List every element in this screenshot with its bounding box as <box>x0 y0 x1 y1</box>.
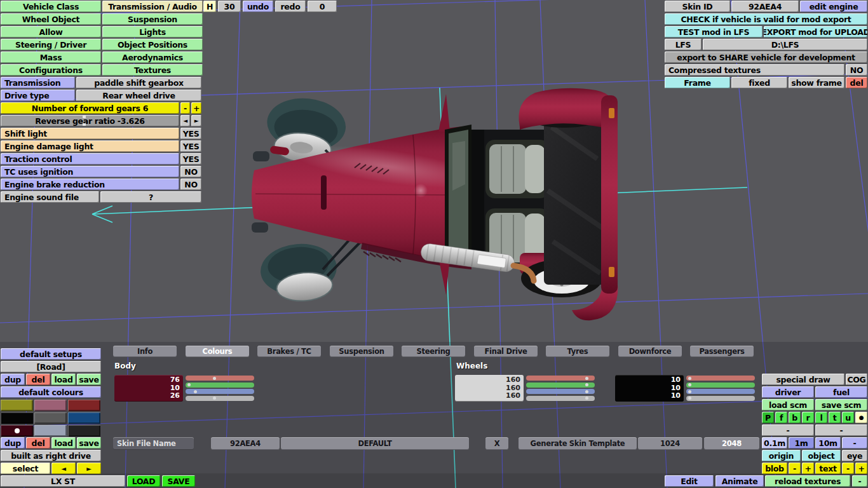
forward-gears-field[interactable]: Number of forward gears 6 <box>1 102 179 114</box>
wheels-dark-blue-slider[interactable] <box>686 389 755 394</box>
driver-button[interactable]: driver <box>762 386 814 398</box>
built-right-drive-toggle[interactable]: built as right drive <box>1 450 101 461</box>
menu-suspension[interactable]: Suspension <box>102 13 203 25</box>
tab-downforce[interactable]: Downforce <box>618 346 682 357</box>
reverse-left-arrow-icon[interactable]: ◄ <box>180 115 190 126</box>
history-steps[interactable]: 30 <box>218 1 241 12</box>
vehicle-name-button[interactable]: LX ST <box>1 475 125 487</box>
engine-brake-toggle[interactable]: NO <box>180 179 201 190</box>
colour-preset-2[interactable] <box>68 400 100 411</box>
menu-mass[interactable]: Mass <box>1 51 101 63</box>
view-eye-button[interactable]: eye <box>842 450 867 461</box>
wheels-light-shade-slider[interactable] <box>526 396 595 401</box>
special-draw-button[interactable]: special draw <box>762 374 844 385</box>
default-setups-button[interactable]: default setups <box>1 348 101 360</box>
view-toggle-u[interactable]: u <box>842 412 854 423</box>
grid-step-dash[interactable]: - <box>842 437 867 449</box>
load-vehicle-button[interactable]: LOAD <box>127 475 160 487</box>
select-next-icon[interactable]: ► <box>77 463 101 474</box>
body-red-slider[interactable] <box>186 376 254 381</box>
skin-res-2048-button[interactable]: 2048 <box>704 437 759 450</box>
cog-button[interactable]: COG <box>846 374 867 385</box>
view-toggle-b[interactable]: b <box>789 412 801 423</box>
menu-configurations[interactable]: Configurations <box>1 64 101 76</box>
wheels-dark-swatch[interactable]: 10 10 10 <box>615 375 684 402</box>
colour-preset-8[interactable] <box>68 425 100 437</box>
tab-colours[interactable]: Colours <box>186 346 249 357</box>
blob-button[interactable]: blob <box>762 463 787 474</box>
tools-dash-1[interactable]: - <box>762 424 814 436</box>
undo-button[interactable]: undo <box>243 1 273 12</box>
colour-preset-7[interactable] <box>34 425 67 437</box>
text-button[interactable]: text <box>815 463 841 474</box>
view-toggle-l[interactable]: l <box>815 412 827 423</box>
tab-final-drive[interactable]: Final Drive <box>474 346 538 357</box>
history-mode-button[interactable]: H <box>203 1 216 12</box>
body-colour-swatch[interactable]: 76 10 26 <box>114 375 183 402</box>
grid-step-10m[interactable]: 10m <box>815 437 841 449</box>
colour-preset-0[interactable] <box>1 400 33 411</box>
colour-dup-button[interactable]: dup <box>1 437 25 449</box>
select-button[interactable]: select <box>1 463 50 474</box>
wheels-light-swatch[interactable]: 160 160 160 <box>455 375 524 402</box>
blob-minus-button[interactable]: - <box>789 463 801 474</box>
share-export-button[interactable]: export to SHARE vehicle for development <box>665 51 867 63</box>
tab-tyres[interactable]: Tyres <box>546 346 609 357</box>
colour-save-button[interactable]: save <box>77 437 101 449</box>
tools-dash-2[interactable]: - <box>815 424 867 436</box>
colour-preset-3[interactable] <box>1 412 33 424</box>
default-colours-button[interactable]: default colours <box>1 386 101 398</box>
view-toggle-t[interactable]: t <box>829 412 841 423</box>
engine-sound-button[interactable]: ? <box>100 191 201 203</box>
menu-aerodynamics[interactable]: Aerodynamics <box>102 51 203 63</box>
colour-preset-4[interactable] <box>34 412 67 424</box>
grid-step-1m[interactable]: 1m <box>789 437 814 449</box>
load-scm-button[interactable]: load scm <box>762 399 814 410</box>
gears-plus-button[interactable]: + <box>191 102 201 114</box>
shift-light-toggle[interactable]: YES <box>180 128 201 139</box>
grid-step-0.1m[interactable]: 0.1m <box>762 437 787 449</box>
fuel-button[interactable]: fuel <box>815 386 867 398</box>
generate-skin-template-button[interactable]: Generate Skin Template <box>519 437 637 450</box>
setup-del-button[interactable]: del <box>26 374 50 385</box>
skin-clear-button[interactable]: X <box>485 437 508 450</box>
traction-control-toggle[interactable]: YES <box>180 153 201 165</box>
frame-fixed-button[interactable]: fixed <box>731 77 787 88</box>
view-dot-icon[interactable]: ● <box>855 412 867 423</box>
wheels-dark-red-slider[interactable] <box>686 376 755 381</box>
redo-count[interactable]: 0 <box>308 1 337 12</box>
save-vehicle-button[interactable]: SAVE <box>162 475 195 487</box>
redo-button[interactable]: redo <box>275 1 306 12</box>
tab-info[interactable]: Info <box>113 346 177 357</box>
colour-preset-1[interactable] <box>34 400 67 411</box>
drive-type-button[interactable]: Rear wheel drive <box>76 90 201 101</box>
tab-suspension[interactable]: Suspension <box>330 346 393 357</box>
test-mod-button[interactable]: TEST mod in LFS <box>665 26 763 37</box>
wheels-light-green-slider[interactable] <box>526 383 595 388</box>
wheels-light-blue-slider[interactable] <box>526 389 595 394</box>
export-upload-button[interactable]: EXPORT mod for UPLOAD <box>764 26 867 37</box>
text-minus-button[interactable]: - <box>842 463 854 474</box>
reload-textures-button[interactable]: reload textures <box>765 475 850 487</box>
blob-plus-button[interactable]: + <box>802 463 814 474</box>
skin-preset-button[interactable]: DEFAULT <box>281 437 469 450</box>
tc-ignition-toggle[interactable]: NO <box>180 166 201 177</box>
frame-button[interactable]: Frame <box>665 77 730 88</box>
animate-mode-button[interactable]: Animate <box>715 475 764 487</box>
menu-wheel-object[interactable]: Wheel Object <box>1 13 101 25</box>
colour-preset-6-selected[interactable] <box>1 425 33 437</box>
text-plus-button[interactable]: + <box>855 463 867 474</box>
menu-steering-driver[interactable]: Steering / Driver <box>1 39 101 50</box>
skin-name-button[interactable]: 92AEA4 <box>211 437 280 450</box>
menu-textures[interactable]: Textures <box>102 64 203 76</box>
colour-load-button[interactable]: load <box>51 437 76 449</box>
tab-steering[interactable]: Steering <box>402 346 465 357</box>
reload-textures-minus-button[interactable]: - <box>852 475 867 487</box>
menu-transmission-audio[interactable]: Transmission / Audio <box>102 1 203 12</box>
setup-dup-button[interactable]: dup <box>1 374 25 385</box>
wheels-dark-shade-slider[interactable] <box>686 396 755 401</box>
save-scm-button[interactable]: save scm <box>815 399 867 410</box>
skin-id-value[interactable]: 92AEA4 <box>731 1 799 12</box>
reverse-right-arrow-icon[interactable]: ► <box>191 115 201 126</box>
show-frame-button[interactable]: show frame <box>789 77 844 88</box>
